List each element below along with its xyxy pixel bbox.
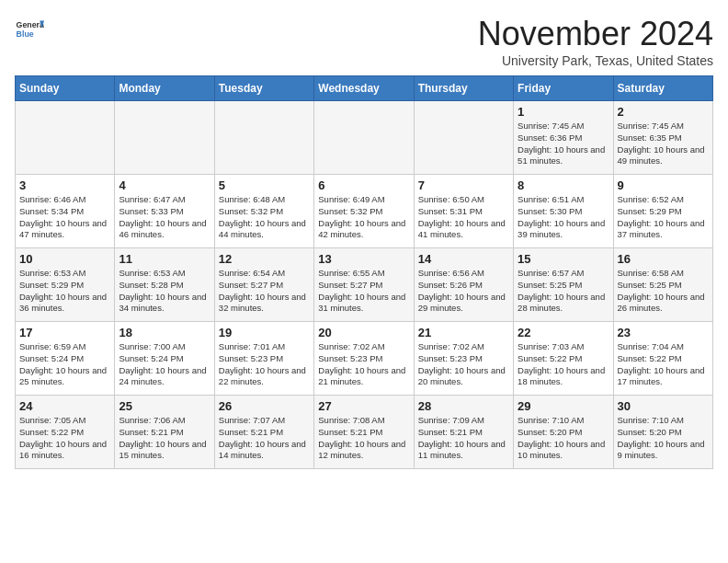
calendar-week-1: 1Sunrise: 7:45 AM Sunset: 6:36 PM Daylig… [16,101,713,175]
calendar-cell: 24Sunrise: 7:05 AM Sunset: 5:22 PM Dayli… [16,396,115,469]
calendar-cell: 4Sunrise: 6:47 AM Sunset: 5:33 PM Daylig… [115,175,214,248]
logo-icon: General Blue [15,15,44,44]
month-title: November 2024 [478,15,713,53]
day-info: Sunrise: 7:09 AM Sunset: 5:21 PM Dayligh… [418,415,509,462]
day-info: Sunrise: 7:00 AM Sunset: 5:24 PM Dayligh… [119,341,210,388]
day-info: Sunrise: 7:02 AM Sunset: 5:23 PM Dayligh… [318,341,409,388]
calendar-cell [314,101,414,175]
day-number: 15 [518,252,609,266]
calendar-cell: 28Sunrise: 7:09 AM Sunset: 5:21 PM Dayli… [414,396,513,469]
logo: General Blue [15,15,44,44]
day-info: Sunrise: 6:50 AM Sunset: 5:31 PM Dayligh… [418,194,509,241]
day-info: Sunrise: 6:54 AM Sunset: 5:27 PM Dayligh… [219,268,310,315]
day-info: Sunrise: 6:55 AM Sunset: 5:27 PM Dayligh… [318,268,409,315]
day-info: Sunrise: 6:59 AM Sunset: 5:24 PM Dayligh… [19,341,110,388]
calendar-cell: 1Sunrise: 7:45 AM Sunset: 6:36 PM Daylig… [514,101,613,175]
day-info: Sunrise: 6:58 AM Sunset: 5:25 PM Dayligh… [618,268,709,315]
calendar-week-2: 3Sunrise: 6:46 AM Sunset: 5:34 PM Daylig… [16,175,713,248]
day-number: 28 [418,399,509,413]
day-info: Sunrise: 6:48 AM Sunset: 5:32 PM Dayligh… [219,194,310,241]
day-number: 13 [318,252,409,266]
calendar-cell: 3Sunrise: 6:46 AM Sunset: 5:34 PM Daylig… [16,175,115,248]
day-number: 22 [518,326,609,339]
day-info: Sunrise: 7:03 AM Sunset: 5:22 PM Dayligh… [518,341,609,388]
day-number: 26 [219,399,310,413]
day-number: 2 [618,105,709,119]
calendar-cell: 15Sunrise: 6:57 AM Sunset: 5:25 PM Dayli… [514,248,613,322]
calendar-cell [16,101,115,175]
calendar-cell: 7Sunrise: 6:50 AM Sunset: 5:31 PM Daylig… [414,175,513,248]
day-number: 18 [119,326,210,339]
day-number: 17 [19,326,110,339]
day-number: 3 [19,178,110,192]
day-number: 27 [318,399,409,413]
day-info: Sunrise: 7:02 AM Sunset: 5:23 PM Dayligh… [418,341,509,388]
calendar-week-3: 10Sunrise: 6:53 AM Sunset: 5:29 PM Dayli… [16,248,713,322]
day-number: 16 [618,252,709,266]
calendar-cell: 22Sunrise: 7:03 AM Sunset: 5:22 PM Dayli… [514,322,613,396]
day-info: Sunrise: 7:10 AM Sunset: 5:20 PM Dayligh… [618,415,709,462]
day-info: Sunrise: 7:06 AM Sunset: 5:21 PM Dayligh… [119,415,210,462]
day-number: 5 [219,178,310,192]
day-number: 30 [618,399,709,413]
day-number: 19 [219,326,310,339]
day-info: Sunrise: 7:07 AM Sunset: 5:21 PM Dayligh… [219,415,310,462]
calendar-cell: 17Sunrise: 6:59 AM Sunset: 5:24 PM Dayli… [16,322,115,396]
day-info: Sunrise: 7:05 AM Sunset: 5:22 PM Dayligh… [19,415,110,462]
day-info: Sunrise: 7:01 AM Sunset: 5:23 PM Dayligh… [219,341,310,388]
calendar-cell: 13Sunrise: 6:55 AM Sunset: 5:27 PM Dayli… [314,248,414,322]
calendar-cell: 27Sunrise: 7:08 AM Sunset: 5:21 PM Dayli… [314,396,414,469]
day-info: Sunrise: 6:53 AM Sunset: 5:28 PM Dayligh… [119,268,210,315]
weekday-header-wednesday: Wednesday [314,76,414,101]
day-number: 25 [119,399,210,413]
svg-text:General: General [17,20,44,29]
weekday-header-tuesday: Tuesday [214,76,313,101]
weekday-header-sunday: Sunday [16,76,115,101]
day-number: 10 [19,252,110,266]
calendar-cell: 18Sunrise: 7:00 AM Sunset: 5:24 PM Dayli… [115,322,214,396]
calendar-cell: 26Sunrise: 7:07 AM Sunset: 5:21 PM Dayli… [214,396,313,469]
day-info: Sunrise: 6:51 AM Sunset: 5:30 PM Dayligh… [518,194,609,241]
calendar-cell: 5Sunrise: 6:48 AM Sunset: 5:32 PM Daylig… [214,175,313,248]
weekday-header-friday: Friday [514,76,613,101]
location: University Park, Texas, United States [478,53,713,68]
day-number: 14 [418,252,509,266]
calendar-week-4: 17Sunrise: 6:59 AM Sunset: 5:24 PM Dayli… [16,322,713,396]
calendar-cell: 10Sunrise: 6:53 AM Sunset: 5:29 PM Dayli… [16,248,115,322]
calendar-cell: 16Sunrise: 6:58 AM Sunset: 5:25 PM Dayli… [613,248,712,322]
day-info: Sunrise: 6:53 AM Sunset: 5:29 PM Dayligh… [19,268,110,315]
day-number: 29 [518,399,609,413]
day-number: 12 [219,252,310,266]
day-info: Sunrise: 7:45 AM Sunset: 6:36 PM Dayligh… [518,121,609,167]
day-info: Sunrise: 7:04 AM Sunset: 5:22 PM Dayligh… [618,341,709,388]
calendar-cell: 11Sunrise: 6:53 AM Sunset: 5:28 PM Dayli… [115,248,214,322]
calendar-cell: 6Sunrise: 6:49 AM Sunset: 5:32 PM Daylig… [314,175,414,248]
calendar-cell: 20Sunrise: 7:02 AM Sunset: 5:23 PM Dayli… [314,322,414,396]
calendar-table: SundayMondayTuesdayWednesdayThursdayFrid… [15,75,713,469]
calendar-cell [214,101,313,175]
calendar-cell [414,101,513,175]
calendar-cell: 8Sunrise: 6:51 AM Sunset: 5:30 PM Daylig… [514,175,613,248]
svg-text:Blue: Blue [17,29,34,39]
weekday-header-thursday: Thursday [414,76,513,101]
day-info: Sunrise: 6:47 AM Sunset: 5:33 PM Dayligh… [119,194,210,241]
calendar-cell: 25Sunrise: 7:06 AM Sunset: 5:21 PM Dayli… [115,396,214,469]
day-info: Sunrise: 6:56 AM Sunset: 5:26 PM Dayligh… [418,268,509,315]
day-number: 9 [618,178,709,192]
weekday-header-saturday: Saturday [613,76,712,101]
day-info: Sunrise: 6:46 AM Sunset: 5:34 PM Dayligh… [19,194,110,241]
day-info: Sunrise: 7:45 AM Sunset: 6:35 PM Dayligh… [618,121,709,167]
calendar-cell: 12Sunrise: 6:54 AM Sunset: 5:27 PM Dayli… [214,248,313,322]
weekday-header-monday: Monday [115,76,214,101]
day-number: 24 [19,399,110,413]
day-number: 11 [119,252,210,266]
page-header: General Blue November 2024 University Pa… [15,15,713,68]
day-number: 6 [318,178,409,192]
day-number: 7 [418,178,509,192]
calendar-cell: 21Sunrise: 7:02 AM Sunset: 5:23 PM Dayli… [414,322,513,396]
day-number: 23 [618,326,709,339]
day-info: Sunrise: 6:57 AM Sunset: 5:25 PM Dayligh… [518,268,609,315]
calendar-cell: 14Sunrise: 6:56 AM Sunset: 5:26 PM Dayli… [414,248,513,322]
day-info: Sunrise: 7:08 AM Sunset: 5:21 PM Dayligh… [318,415,409,462]
day-number: 4 [119,178,210,192]
